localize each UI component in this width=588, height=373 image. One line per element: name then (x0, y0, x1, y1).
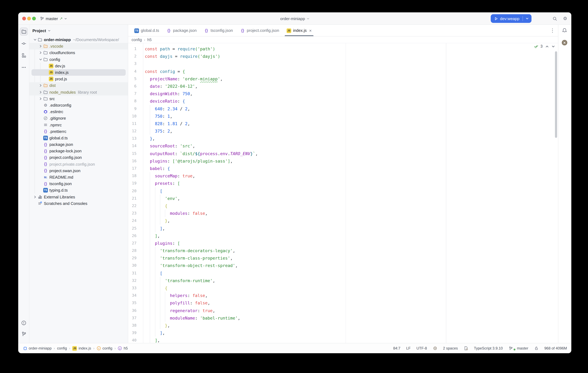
status-path-index-js[interactable]: JSindex.js (73, 346, 91, 351)
tree-item-package-json[interactable]: {}package.json (29, 141, 128, 148)
chevron-right-icon[interactable] (32, 195, 37, 198)
code-line-5[interactable]: 5projectName: 'order-miniapp', (128, 75, 558, 83)
memory-indicator[interactable]: 968 of 4096M (544, 346, 567, 351)
code-line-32[interactable]: 32'transform-runtime', (128, 277, 558, 284)
tree-item-scratches-and-consoles[interactable]: Scratches and Consoles (29, 200, 128, 207)
breadcrumb-item[interactable]: config (132, 38, 142, 42)
code-line-16[interactable]: 16plugins: ['@tarojs/plugin-sass'], (128, 157, 558, 165)
run-button-group[interactable]: dev:weapp (491, 14, 532, 23)
code-line-6[interactable]: 6date: '2022-04-12', (128, 83, 558, 90)
tree-item-global-d-ts[interactable]: TSglobal.d.ts (29, 135, 128, 141)
status-path-config[interactable]: config (57, 346, 67, 351)
tree-item-tsconfig-json[interactable]: {}tsconfig.json (29, 180, 128, 187)
tree-item-package-lock-json[interactable]: {}package-lock.json (29, 148, 128, 154)
tree-item--gitignore[interactable]: .gitignore (29, 115, 128, 121)
tree-item-node-modules[interactable]: node_moduleslibrary root (29, 89, 128, 95)
code-line-4[interactable]: 4const config = { (128, 67, 558, 75)
code-line-8[interactable]: 8deviceRatio: { (128, 98, 558, 105)
next-problem-button[interactable] (552, 45, 555, 48)
run-button[interactable]: dev:weapp (491, 16, 523, 21)
tree-item--editorconfig[interactable]: ⚙.editorconfig (29, 102, 128, 109)
code-line-2[interactable]: 2const dayjs = require('dayjs') (128, 53, 558, 60)
minimize-window-button[interactable] (27, 17, 31, 20)
code-line-20[interactable]: 20[ (128, 187, 558, 195)
previous-problem-button[interactable] (545, 45, 549, 48)
tree-item-project-config-json[interactable]: {}project.config.json (29, 154, 128, 161)
code-line-13[interactable]: 13}, (128, 135, 558, 142)
status-path-order-miniapp[interactable]: order-miniapp (23, 346, 52, 351)
code-line-22[interactable]: 22{ (128, 202, 558, 209)
status-path-h5[interactable]: ph5 (118, 346, 128, 351)
code-line-36[interactable]: 36regenerator: true, (128, 307, 558, 314)
tree-item-config[interactable]: config (29, 56, 128, 63)
tab-index-js[interactable]: JSindex.js× (283, 25, 315, 36)
tab-options-button[interactable]: ⋮ (550, 29, 555, 32)
inspection-widget[interactable]: 3 (534, 44, 555, 48)
zoom-window-button[interactable] (32, 17, 36, 20)
tree-item-cloudfunctions[interactable]: cloudfunctions (29, 50, 128, 56)
chevron-right-icon[interactable] (38, 45, 43, 48)
code-line-37[interactable]: 37moduleName: 'babel-runtime', (128, 314, 558, 322)
run-options-button[interactable] (523, 17, 532, 20)
code-line-24[interactable]: 24}, (128, 217, 558, 225)
code-line-7[interactable]: 7designWidth: 750, (128, 90, 558, 97)
caret-position[interactable]: 84:7 (393, 346, 400, 351)
tree-item-project-private-config-json[interactable]: {}project.private.config.json (29, 161, 128, 167)
line-separator[interactable]: LF (406, 346, 410, 351)
code-line-27[interactable]: 27plugins: [ (128, 240, 558, 247)
tree-item-project-swan-json[interactable]: {}project.swan.json (29, 167, 128, 174)
git-branch[interactable]: master (509, 346, 528, 351)
problems-tool-button[interactable] (20, 319, 28, 327)
chevron-down-icon[interactable] (32, 38, 37, 41)
search-everywhere-button[interactable] (552, 15, 558, 22)
window-controls[interactable] (22, 17, 36, 20)
code-editor[interactable]: 1const path = require('path')2const dayj… (128, 43, 558, 343)
code-line-26[interactable]: 26], (128, 232, 558, 239)
plugin-x-button[interactable]: ✕ (562, 40, 567, 45)
tab-global-d-ts[interactable]: TSglobal.d.ts (131, 25, 163, 36)
code-line-15[interactable]: 15outputRoot: `dist/${process.env.TARO_E… (128, 150, 558, 157)
code-line-31[interactable]: 31[ (128, 269, 558, 277)
status-path-config[interactable]: vconfig (97, 346, 112, 351)
project-panel-header[interactable]: Project (29, 25, 128, 36)
tree-item-typing-d-ts[interactable]: TStyping.d.ts (29, 187, 128, 194)
chevron-right-icon[interactable] (38, 51, 43, 55)
tree-item-readme-md[interactable]: M↓README.md (29, 174, 128, 180)
close-icon[interactable]: × (309, 28, 312, 33)
tree-item--eslintrc[interactable]: .eslintrc (29, 109, 128, 115)
code-line-1[interactable]: 1const path = require('path') (128, 45, 558, 53)
code-line-19[interactable]: 19presets: [ (128, 180, 558, 187)
code-line-30[interactable]: 30'transform-object-rest-spread', (128, 262, 558, 269)
indent[interactable]: 2 spaces (443, 346, 458, 351)
settings-button[interactable]: ⚙ (562, 15, 568, 22)
code-line-29[interactable]: 29'transform-class-properties', (128, 254, 558, 262)
close-window-button[interactable] (22, 17, 26, 20)
code-line-9[interactable]: 9640: 2.34 / 2, (128, 105, 558, 112)
code-line-35[interactable]: 35polyfill: false, (128, 299, 558, 307)
tree-item-prod-js[interactable]: JSprod.js (29, 76, 128, 82)
code-line-17[interactable]: 17babel: { (128, 165, 558, 172)
code-line-34[interactable]: 34helpers: false, (128, 292, 558, 299)
tree-item-external-libraries[interactable]: External Libraries (29, 194, 128, 200)
typescript-version[interactable]: TypeScript 3.9.10 (474, 346, 503, 351)
chevron-down-icon[interactable] (38, 58, 43, 61)
tree-item-dev-js[interactable]: JSdev.js (29, 63, 128, 69)
tree-item-order-miniapp[interactable]: order-miniapp~/Documents/Workspace/ (29, 36, 128, 43)
tree-item--prettierrc[interactable]: {}.prettierrc (29, 128, 128, 135)
tree-item--vscode[interactable]: .vscode (29, 43, 128, 49)
editor-scrollbar[interactable] (555, 51, 557, 138)
git-branch-widget[interactable]: master ↗ (40, 15, 67, 22)
encoding[interactable]: UTF-8 (416, 346, 427, 351)
code-line-18[interactable]: 18sourceMap: true, (128, 172, 558, 180)
code-line-14[interactable]: 14sourceRoot: 'src', (128, 142, 558, 150)
tree-item-src[interactable]: src (29, 95, 128, 102)
chevron-right-icon[interactable] (38, 84, 43, 87)
code-line-25[interactable]: 25], (128, 225, 558, 232)
write-access[interactable] (534, 346, 538, 351)
code-line-11[interactable]: 11828: 1.81 / 2, (128, 120, 558, 127)
tree-item-dist[interactable]: dist (29, 82, 128, 89)
code-line-3[interactable]: 3 (128, 60, 558, 67)
chevron-right-icon[interactable] (38, 97, 43, 100)
code-line-21[interactable]: 21'env', (128, 195, 558, 202)
code-line-40[interactable]: 40], (128, 337, 558, 343)
